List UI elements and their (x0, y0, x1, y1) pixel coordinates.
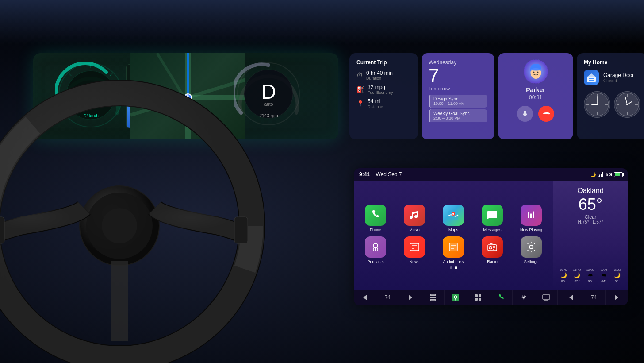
trip-panel: Current Trip ⏱ 0 hr 40 min Duration ⛽ 32… (349, 53, 418, 139)
call-duration: 00:31 (529, 94, 542, 100)
speed-display: 45 mph (80, 82, 101, 106)
calendar-panel: Wednesday 7 Tomorrow Design Sync 10:00 –… (422, 53, 494, 139)
weather-low: L:57° (593, 220, 603, 224)
app-nowplaying[interactable]: Now Playing (514, 205, 548, 232)
app-news[interactable]: News (397, 236, 432, 264)
app-music[interactable]: Music (397, 205, 432, 232)
weather-high: H:75° (578, 220, 589, 224)
svg-rect-88 (475, 294, 478, 297)
settings-app-icon (521, 236, 542, 258)
clocks-area (584, 91, 640, 118)
trip-distance-value: 54 mi (368, 98, 383, 104)
svg-rect-52 (601, 174, 602, 177)
svg-rect-51 (599, 174, 601, 177)
forward-right-button[interactable] (606, 290, 628, 305)
svg-point-41 (626, 104, 628, 105)
music-app-icon (404, 205, 425, 226)
svg-rect-91 (479, 298, 481, 301)
svg-rect-77 (430, 294, 432, 296)
grid2-button[interactable] (467, 290, 490, 305)
radio-app-label: Radio (487, 259, 498, 264)
news-app-label: News (410, 259, 420, 264)
back-number[interactable]: 74 (376, 290, 399, 305)
svg-rect-93 (543, 295, 550, 299)
app-audiobooks[interactable]: Audiobooks (436, 236, 471, 264)
screen-button[interactable] (535, 290, 558, 305)
app-podcasts[interactable]: Podcasts (358, 236, 393, 264)
app-settings[interactable]: Settings (514, 236, 548, 264)
call-panel: Parker 00:31 (498, 53, 573, 139)
trip-duration-value: 0 hr 40 min (366, 70, 393, 76)
trip-distance: 📍 54 mi Distance (356, 98, 411, 109)
mute-button[interactable] (517, 106, 533, 122)
forward-button[interactable] (399, 290, 422, 305)
svg-rect-57 (528, 212, 529, 218)
hourly-12am: 12AM 🌧 65° (585, 268, 596, 283)
page-dot-2 (455, 266, 457, 269)
app-grid-row1: Phone Music Maps (358, 205, 548, 264)
cal-event-2-title: Weekly Goal Sync (433, 111, 484, 116)
nowplaying-app-label: Now Playing (520, 228, 542, 232)
cal-event-2-time: 2:30 – 3:30 PM (433, 116, 484, 120)
radio-app-icon (482, 236, 503, 258)
app-maps[interactable]: Maps (436, 205, 471, 232)
cal-event-1[interactable]: Design Sync 10:00 – 11:00 AM (429, 95, 487, 108)
maps-button[interactable] (445, 290, 467, 305)
app-phone[interactable]: Phone (358, 205, 393, 232)
info-panels: Current Trip ⏱ 0 hr 40 min Duration ⛽ 32… (349, 53, 635, 139)
caller-avatar (524, 59, 548, 84)
weather-city: Oakland (558, 187, 623, 195)
back-left-button[interactable] (560, 290, 583, 305)
back-button[interactable] (354, 290, 376, 305)
podcasts-app-icon (365, 236, 386, 258)
app-messages[interactable]: Messages (475, 205, 510, 232)
end-call-button[interactable] (538, 106, 554, 122)
cal-day-name: Wednesday (429, 59, 487, 66)
dashboard-screen: 45 mph 72 km/h ⊕ (33, 53, 338, 139)
messages-app-label: Messages (483, 228, 501, 232)
svg-line-5 (110, 73, 113, 76)
hourly-1am: 1AM 🌧 64° (598, 268, 609, 283)
svg-point-56 (452, 213, 454, 215)
app-radio[interactable]: Radio (475, 236, 510, 264)
phone-button[interactable] (490, 290, 513, 305)
gear-rpm: 2143 rpm (259, 113, 278, 118)
speed-number: 45 (80, 82, 101, 100)
news-app-icon (404, 236, 425, 258)
battery-tip (623, 173, 625, 176)
fuel-icon: ⛽ (356, 86, 364, 93)
speedometer: 45 mph 72 km/h (55, 60, 126, 131)
svg-point-72 (489, 247, 492, 249)
cal-event-2[interactable]: Weekly Goal Sync 2:30 – 3:30 PM (429, 109, 487, 122)
nav-map: ⊕ (130, 53, 245, 139)
trip-distance-label: Distance (368, 104, 383, 109)
fan-button[interactable] (513, 290, 535, 305)
svg-point-20 (533, 72, 534, 73)
svg-rect-53 (602, 172, 604, 177)
signal-icon (598, 172, 604, 177)
home-item-garage[interactable]: Garage Door Closed (584, 70, 640, 85)
svg-rect-90 (475, 298, 478, 301)
svg-point-19 (530, 68, 541, 71)
svg-rect-80 (430, 297, 432, 298)
nowplaying-app-icon (521, 205, 542, 226)
maps-app-label: Maps (448, 228, 458, 232)
toolbar-divider (559, 293, 559, 302)
status-right: 🌙 5G (590, 172, 623, 177)
garage-status: Closed (603, 78, 634, 83)
carplay-apps: Phone Music Maps (354, 181, 553, 290)
svg-rect-25 (589, 80, 594, 81)
svg-point-21 (537, 72, 538, 73)
back-num-label: 74 (385, 294, 391, 301)
forward-num-button[interactable]: 74 (583, 290, 606, 305)
home-title: My Home (584, 59, 640, 66)
trip-title: Current Trip (356, 59, 411, 66)
garage-label: Garage Door (603, 72, 634, 78)
trip-duration: ⏱ 0 hr 40 min Duration (356, 70, 411, 81)
gear-display: D auto (261, 81, 276, 107)
grid-button[interactable] (422, 290, 445, 305)
messages-app-icon (482, 205, 503, 226)
weather-hourly: 10PM 🌙 65° 11PM 🌙 65° 12AM 🌧 65° 1AM 🌧 (558, 268, 623, 283)
svg-rect-58 (530, 213, 532, 218)
music-app-label: Music (409, 228, 420, 232)
